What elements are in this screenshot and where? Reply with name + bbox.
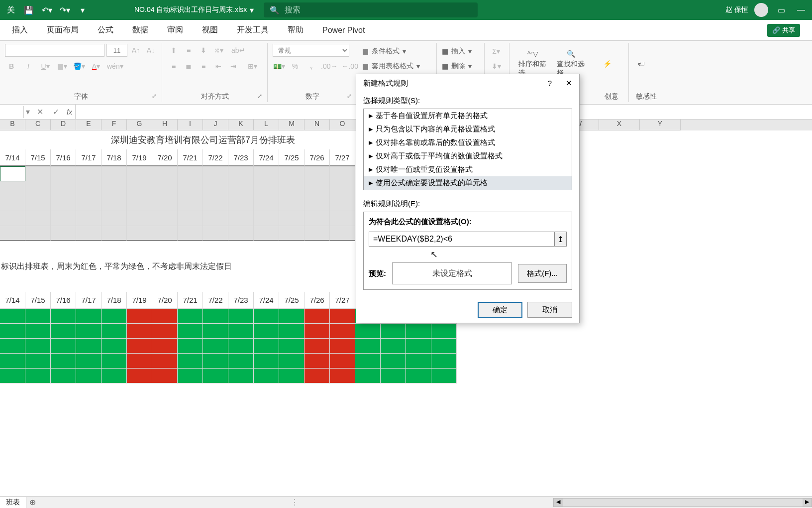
cell[interactable] [431,354,457,369]
number-format-select[interactable]: 常规 [273,44,349,57]
help-icon[interactable]: ? [548,79,552,88]
cell[interactable] [228,369,254,383]
tab-layout[interactable]: 页面布局 [47,22,79,38]
cell[interactable] [51,166,76,181]
cell[interactable] [102,339,127,354]
cell[interactable] [279,309,304,324]
cell[interactable] [228,181,254,196]
date-cell[interactable]: 7/15 [25,149,51,166]
cell[interactable] [304,339,330,354]
column-header[interactable]: X [599,120,640,130]
font-name-select[interactable] [5,44,104,57]
cell[interactable] [254,211,279,226]
horizontal-scrollbar[interactable]: ◀▶ [553,498,812,507]
cell[interactable] [127,226,152,241]
date-cell[interactable]: 7/24 [254,292,279,309]
undo-icon[interactable]: ↶▾ [40,3,54,17]
cell[interactable] [102,226,127,241]
cell[interactable] [254,354,279,369]
cell[interactable] [127,354,152,369]
indent-left-icon[interactable]: ⇤ [212,60,225,73]
cell[interactable] [406,324,431,339]
cell[interactable] [127,369,152,383]
align-expand-icon[interactable]: ⤢ [257,93,262,100]
cell[interactable] [76,181,102,196]
cell[interactable] [254,309,279,324]
cell[interactable] [203,181,228,196]
cell[interactable] [178,324,203,339]
column-header[interactable]: N [304,120,330,130]
cell[interactable] [431,324,457,339]
cell[interactable] [127,324,152,339]
column-header[interactable]: O [330,120,355,130]
cell[interactable] [330,354,355,369]
cell[interactable] [203,196,228,211]
cell[interactable] [178,166,203,181]
close-btn-left[interactable]: 关 [4,3,18,17]
cell[interactable] [228,211,254,226]
cell[interactable] [330,211,355,226]
cell[interactable] [51,181,76,196]
tab-help[interactable]: 帮助 [288,22,304,38]
cell[interactable] [304,181,330,196]
cell[interactable] [304,369,330,383]
tab-data[interactable]: 数据 [132,22,148,38]
align-center-icon[interactable]: ≣ [182,60,195,73]
cell[interactable] [355,354,381,369]
cell[interactable] [51,309,76,324]
cell[interactable] [51,226,76,241]
column-header[interactable]: J [203,120,228,130]
table-format-button[interactable]: ▦ 套用表格格式 ▾ [362,60,420,73]
cell[interactable] [178,309,203,324]
cell[interactable] [279,354,304,369]
cell[interactable] [431,339,457,354]
italic-icon[interactable]: I [22,60,35,73]
table-row[interactable] [0,324,812,339]
cell[interactable] [152,339,178,354]
cell[interactable] [254,324,279,339]
date-cell[interactable]: 7/14 [0,149,25,166]
table-row[interactable] [0,354,812,369]
cell[interactable] [25,339,51,354]
cell[interactable] [102,196,127,211]
cell[interactable] [51,354,76,369]
cell[interactable] [228,166,254,181]
cell[interactable] [228,309,254,324]
rule-item-4[interactable]: ▶仅对唯一值或重复值设置格式 [364,163,572,176]
date-cell[interactable]: 7/17 [76,292,102,309]
align-middle-icon[interactable]: ≡ [182,44,195,57]
align-right-icon[interactable]: ≡ [197,60,210,73]
cell[interactable] [25,181,51,196]
fill-color-icon[interactable]: 🪣▾ [73,60,86,73]
cell[interactable] [330,369,355,383]
ok-button[interactable]: 确定 [478,302,522,318]
delete-button[interactable]: ▦ 删除 ▾ [442,60,472,73]
cell[interactable] [330,324,355,339]
date-cell[interactable]: 7/26 [304,149,330,166]
cell[interactable] [0,324,25,339]
autosum-icon[interactable]: Σ▾ [490,45,503,58]
cell[interactable] [304,354,330,369]
cell[interactable] [178,354,203,369]
cell[interactable] [102,309,127,324]
insert-button[interactable]: ▦ 插入 ▾ [442,45,472,58]
font-expand-icon[interactable]: ⤢ [152,93,157,100]
wrap-icon[interactable]: ab↵ [231,44,246,57]
cell[interactable] [330,226,355,241]
border-icon[interactable]: ▦▾ [56,60,69,73]
cell[interactable] [203,226,228,241]
cell[interactable] [102,211,127,226]
cell[interactable] [127,181,152,196]
tab-formula[interactable]: 公式 [98,22,113,38]
cell[interactable] [279,324,304,339]
cell[interactable] [381,354,406,369]
add-sheet-icon[interactable]: ⊕ [26,498,38,507]
rule-item-2[interactable]: ▶仅对排名靠前或靠后的数值设置格式 [364,136,572,149]
cell[interactable] [51,196,76,211]
cell[interactable] [381,324,406,339]
cell[interactable] [304,324,330,339]
date-cell[interactable]: 7/20 [152,292,178,309]
cell[interactable] [0,211,25,226]
cell[interactable] [76,211,102,226]
minimize-icon[interactable]: — [794,3,808,17]
